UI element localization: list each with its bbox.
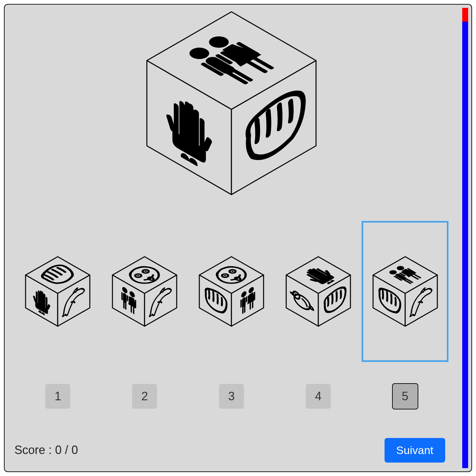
svg-point-67	[224, 275, 227, 277]
svg-point-96	[294, 292, 310, 312]
svg-rect-80	[254, 291, 255, 300]
svg-rect-10	[246, 60, 268, 74]
answer-button-2[interactable]: 2	[101, 382, 188, 411]
svg-rect-11	[252, 57, 275, 70]
answer-button-3[interactable]: 3	[188, 382, 275, 411]
reference-cube-area	[5, 5, 458, 201]
option-cube-2[interactable]	[101, 221, 188, 362]
svg-rect-74	[240, 299, 242, 308]
option-cube-4[interactable]	[275, 221, 362, 362]
svg-point-68	[231, 270, 234, 272]
svg-rect-38	[39, 291, 41, 306]
timer-bar	[462, 8, 468, 468]
timer-elapsed	[462, 8, 468, 22]
option-cube-1[interactable]	[14, 221, 101, 362]
svg-rect-79	[248, 295, 249, 302]
option-cube-3[interactable]	[188, 221, 275, 362]
answer-label: 4	[306, 384, 331, 409]
svg-rect-55	[127, 295, 128, 302]
svg-rect-75	[246, 296, 247, 303]
answer-button-5[interactable]: 5	[362, 382, 448, 411]
svg-rect-73	[244, 305, 246, 313]
svg-rect-37	[42, 291, 44, 307]
svg-rect-21	[194, 109, 199, 147]
svg-rect-110	[413, 273, 422, 278]
svg-rect-52	[123, 301, 125, 309]
svg-point-50	[122, 286, 128, 294]
answer-label: 5	[392, 383, 418, 409]
svg-rect-57	[131, 305, 132, 313]
svg-rect-72	[242, 306, 244, 314]
score-text: Score : 0 / 0	[14, 443, 78, 457]
answer-buttons-row: 1 2 3 4 5	[14, 382, 448, 411]
svg-point-47	[137, 275, 140, 277]
svg-rect-58	[133, 306, 134, 314]
reference-cube	[146, 11, 317, 195]
answer-label: 2	[132, 384, 157, 409]
svg-rect-78	[252, 300, 253, 308]
svg-rect-22	[188, 103, 193, 144]
answer-label: 3	[219, 384, 244, 409]
answer-label: 1	[45, 384, 70, 409]
answer-button-4[interactable]: 4	[275, 382, 362, 411]
svg-rect-36	[44, 293, 46, 308]
svg-point-70	[241, 290, 247, 298]
svg-rect-77	[249, 302, 251, 310]
next-button[interactable]: Suivant	[385, 438, 445, 463]
answer-button-1[interactable]: 1	[14, 382, 101, 411]
content-area: 1 2 3 4 5 Score : 0 / 0 Suivant	[5, 5, 458, 471]
svg-rect-54	[121, 292, 123, 300]
option-cube-5[interactable]	[362, 221, 448, 362]
game-frame: 1 2 3 4 5 Score : 0 / 0 Suivant	[4, 4, 472, 472]
svg-rect-23	[183, 104, 188, 141]
footer: Score : 0 / 0 Suivant	[14, 439, 445, 462]
svg-rect-53	[125, 302, 127, 310]
svg-rect-59	[129, 296, 130, 303]
svg-point-48	[144, 270, 148, 272]
options-row	[14, 221, 448, 362]
svg-rect-60	[135, 300, 136, 308]
